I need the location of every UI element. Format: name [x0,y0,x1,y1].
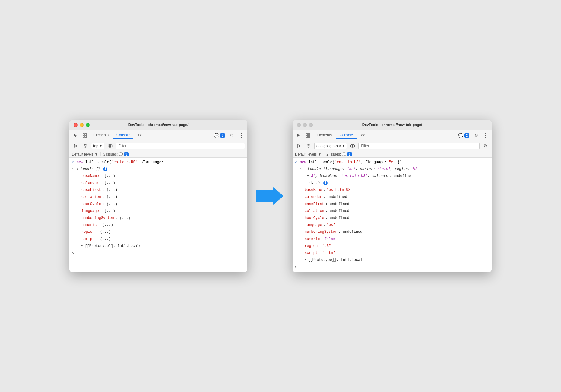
svg-rect-3 [85,136,87,137]
settings-small-icon-2[interactable]: ⚙ [481,142,489,150]
default-levels-2[interactable]: Default levels ▼ [295,152,321,156]
settings-icon-2[interactable]: ⚙ [472,131,480,139]
svg-rect-12 [306,136,308,137]
issues-count-1: 3 Issues: 💬 3 [103,152,129,156]
console-bar-1: top ▼ [69,141,247,151]
title-bar-2: DevTools - chrome://new-tab-page/ [293,120,492,130]
run-icon-2[interactable] [295,142,303,150]
more-options-icon-2[interactable]: ⋮ [481,131,489,139]
context-selector-1[interactable]: top ▼ [91,143,104,149]
tab-elements-1[interactable]: Elements [90,132,112,139]
default-levels-1[interactable]: Default levels ▼ [72,152,98,156]
prop-collation-1: collation: (...) [69,194,247,201]
tab-bar-1: Elements Console >> 💬 3 ⚙ ⋮ [69,130,247,141]
issues-chat-icon-1: 💬 [119,152,123,156]
prop-casefirst-1: caseFirst: (...) [69,187,247,194]
tab-more-1[interactable]: >> [134,132,145,139]
run-icon-1[interactable] [72,142,80,150]
chat-icon-1: 💬 [214,133,219,138]
expand-icon-2[interactable]: ▼ [307,175,309,178]
more-options-icon-1[interactable]: ⋮ [237,131,245,139]
context-selector-2[interactable]: one-google-bar ▼ [314,143,347,149]
svg-rect-11 [308,134,310,135]
maximize-button-1[interactable] [86,123,90,127]
console-bar-2: one-google-bar ▼ ⚙ [293,141,492,151]
svg-rect-0 [83,134,84,135]
close-button-1[interactable] [74,123,78,127]
window-title-2: DevTools - chrome://new-tab-page/ [362,123,422,127]
issues-badge-count-2: 2 [347,152,352,156]
tab-console-1[interactable]: Console [113,132,133,139]
devtools-window-1: DevTools - chrome://new-tab-page/ Elemen… [69,120,247,272]
issues-badge-btn-2[interactable]: 💬 2 [456,132,471,139]
svg-point-18 [352,145,353,147]
svg-rect-2 [83,136,84,137]
svg-line-16 [308,145,310,147]
prop-language-1: language: (...) [69,208,247,215]
block-icon-2[interactable] [305,142,312,150]
input-arrow-2: > [295,160,297,165]
svg-marker-14 [298,144,300,147]
prop-basename-2: baseName: "es-Latn-US" [293,187,492,194]
console-prompt-1[interactable] [69,250,247,252]
issues-chat-icon-2: 💬 [342,152,346,156]
chevron-icon-2: ▼ [342,144,345,147]
prop-basename-1: baseName: (...) [69,173,247,180]
prop-region-1: region: (...) [69,229,247,236]
badge-count-2: 2 [464,133,469,138]
tabs-1: Elements Console >> [90,132,145,139]
maximize-button-2[interactable] [309,123,313,127]
prop-numberingsystem-1: numberingSystem: (...) [69,215,247,222]
input-arrow-1: > [72,160,74,165]
inspect-icon[interactable] [81,131,89,139]
tab-elements-2[interactable]: Elements [313,132,335,139]
prop-language-2: language: "es" [293,222,492,229]
proto-arrow-1[interactable]: ▶ [81,243,83,248]
eye-icon-2[interactable] [349,142,357,150]
tab-bar-2: Elements Console >> 💬 2 ⚙ ⋮ [293,130,492,141]
arrow-container [256,185,284,207]
minimize-button-2[interactable] [303,123,307,127]
levels-chevron-1: ▼ [94,152,98,156]
prop-calendar-2: calendar: undefined [293,194,492,201]
console-prompt-2[interactable] [293,264,492,266]
settings-icon-1[interactable]: ⚙ [228,131,236,139]
prop-casefirst-2: caseFirst: undefined [293,201,492,208]
prop-script-1: script: (...) [69,236,247,243]
traffic-lights-1 [74,123,90,127]
traffic-lights-2 [297,123,313,127]
cursor-icon[interactable] [72,131,80,139]
context-value-1: top [93,144,98,148]
info-icon-2[interactable]: i [323,181,328,185]
svg-marker-4 [74,144,77,147]
prop-collation-2: collation: undefined [293,208,492,215]
console-output-1: < ▼ Locale {} i [69,166,247,173]
expand-icon-1[interactable]: ▼ [77,168,78,171]
prop-hourcycle-1: hourCycle: (...) [69,201,247,208]
inspect-icon-2[interactable] [304,131,312,139]
block-icon-1[interactable] [81,142,89,150]
cursor-icon-2[interactable] [295,131,303,139]
close-button-2[interactable] [297,123,301,127]
console-input-2: > new Intl.Locale("en-Latn-US", {languag… [293,159,492,166]
info-icon-1[interactable]: i [103,167,107,171]
issues-badge-btn-1[interactable]: 💬 3 [212,132,227,139]
svg-rect-1 [85,134,87,135]
proto-arrow-2[interactable]: ▶ [305,257,306,261]
filter-input-2[interactable] [358,143,480,149]
tab-console-2[interactable]: Console [336,132,357,139]
window-title-1: DevTools - chrome://new-tab-page/ [128,123,188,127]
prop-calendar-1: calendar: (...) [69,180,247,187]
title-bar-1: DevTools - chrome://new-tab-page/ [69,120,247,130]
output-arrow-1: < [72,166,74,172]
minimize-button-1[interactable] [80,123,84,127]
prop-hourcycle-2: hourCycle: undefined [293,215,492,222]
prop-numberingsystem-2: numberingSystem: undefined [293,229,492,236]
filter-input-1[interactable] [116,143,245,149]
console-content-2: > new Intl.Locale("en-Latn-US", {languag… [293,158,492,272]
eye-icon-1[interactable] [106,142,114,150]
badge-count-1: 3 [220,133,225,138]
tabs-2: Elements Console >> [313,132,369,139]
output-arrow-2: < [300,166,302,172]
tab-more-2[interactable]: >> [357,132,369,139]
